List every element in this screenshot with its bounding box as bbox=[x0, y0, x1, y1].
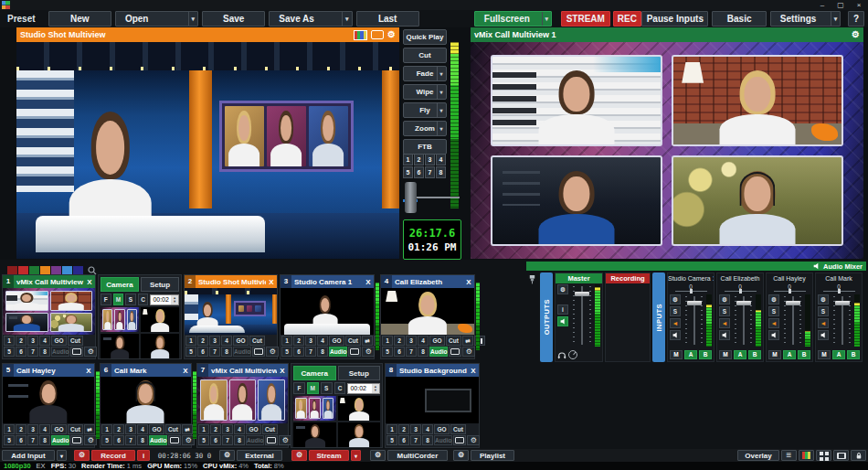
multicorder-button[interactable]: MultiCorder bbox=[387, 450, 448, 461]
overlay-2-button[interactable]: 2 bbox=[16, 336, 26, 346]
layout-grid-button[interactable] bbox=[816, 450, 831, 461]
input-tile-6[interactable]: 6 Call Mark X 1 2 3 4 GO Cut ⇄ 5 6 7 bbox=[100, 363, 192, 448]
fade-button[interactable]: Fade▾ bbox=[403, 66, 447, 81]
audio-toggle-button[interactable]: Audio bbox=[233, 347, 251, 357]
input-6-thumbnail[interactable] bbox=[101, 377, 191, 423]
pad-1-button[interactable]: 1 bbox=[403, 154, 413, 166]
channel-fader[interactable] bbox=[734, 296, 753, 345]
pan-slider[interactable]: 0 bbox=[816, 283, 862, 294]
bus-b-button[interactable]: B bbox=[798, 350, 810, 359]
close-input-button[interactable]: X bbox=[363, 278, 374, 286]
new-button[interactable]: New bbox=[48, 11, 111, 27]
stream-button[interactable]: Stream bbox=[309, 450, 349, 461]
maximize-button[interactable]: ▢ bbox=[831, 0, 850, 10]
stream-dropdown[interactable]: ▾ bbox=[351, 450, 361, 461]
setup-tab-button[interactable]: Setup bbox=[338, 366, 381, 380]
input-5-thumbnail[interactable] bbox=[3, 377, 94, 423]
go-button[interactable]: GO bbox=[51, 336, 67, 346]
audio-toggle-button[interactable]: Audio bbox=[149, 435, 167, 445]
cut-button[interactable]: Cut bbox=[249, 336, 265, 346]
overlay-8-button[interactable]: 8 bbox=[39, 435, 50, 445]
loop-button[interactable]: ⇄ bbox=[84, 424, 95, 434]
outputs-tab[interactable]: OUTPUTS bbox=[540, 272, 553, 362]
list-view-button[interactable]: ≡ bbox=[781, 450, 797, 461]
overlay-5-button[interactable]: 5 bbox=[4, 347, 15, 357]
channel-gear-icon[interactable]: ⚙ bbox=[818, 294, 829, 304]
input-tile-3[interactable]: 3 Studio Camera 1 X 1 2 3 4 GO Cut ⇄ 5 6 bbox=[280, 274, 375, 359]
pause-inputs-button[interactable]: Pause Inputs bbox=[641, 11, 708, 27]
input-6-header[interactable]: 6 Call Mark X bbox=[101, 364, 191, 377]
master-bus-button[interactable]: M bbox=[818, 350, 831, 359]
add-input-dropdown[interactable]: ▾ bbox=[57, 450, 67, 461]
overlay-8-button[interactable]: 8 bbox=[39, 347, 50, 357]
mute-toggle-button[interactable] bbox=[719, 330, 730, 340]
audio-meters-button[interactable] bbox=[799, 450, 814, 461]
bus-a-button[interactable]: A bbox=[734, 350, 746, 359]
audio-toggle-button[interactable]: Audio bbox=[434, 435, 452, 445]
overlay-7-button[interactable]: 7 bbox=[406, 347, 417, 357]
channel-fader[interactable] bbox=[684, 296, 704, 345]
fullscreen-monitor-icon[interactable] bbox=[70, 347, 83, 357]
input-gear-icon[interactable]: ⚙ bbox=[84, 347, 97, 357]
headphone-volume-knob[interactable] bbox=[568, 350, 577, 359]
dropdown-arrow-icon[interactable]: ▾ bbox=[437, 67, 445, 80]
pad-5-button[interactable]: 5 bbox=[403, 166, 413, 178]
input-tile-5[interactable]: 5 Call Hayley X 1 2 3 4 GO Cut ⇄ 5 6 7 bbox=[2, 363, 95, 448]
lock-button[interactable] bbox=[851, 450, 866, 461]
duration-spinner[interactable]: 00:02▴▾ bbox=[150, 294, 179, 305]
mute-toggle-button[interactable] bbox=[818, 330, 829, 340]
input-4-thumbnail[interactable] bbox=[381, 288, 474, 335]
colorbars-icon[interactable] bbox=[354, 30, 367, 40]
bus-a-button[interactable]: A bbox=[832, 350, 845, 359]
overlay-3-button[interactable]: 3 bbox=[410, 424, 421, 434]
transition-tbar[interactable] bbox=[403, 181, 461, 216]
input-1-thumbnail[interactable] bbox=[3, 288, 95, 335]
pad-6-button[interactable]: 6 bbox=[414, 166, 424, 178]
channel-fader[interactable] bbox=[832, 296, 852, 345]
call-thumb-hayley[interactable] bbox=[293, 422, 336, 447]
stream-settings-gear[interactable]: ⚙ bbox=[291, 450, 307, 461]
call-thumb-hayley[interactable] bbox=[101, 334, 139, 358]
go-button[interactable]: GO bbox=[149, 424, 164, 434]
cut-button[interactable]: Cut bbox=[345, 336, 361, 346]
overlay-4-button[interactable]: 4 bbox=[221, 336, 232, 346]
audio-toggle-button[interactable]: Audio bbox=[51, 347, 69, 357]
input-2-header[interactable]: 2 Studio Shot Multiview X bbox=[185, 275, 277, 288]
pad-3-button[interactable]: 3 bbox=[425, 154, 435, 166]
input-1-header[interactable]: 1 vMix Call Multiview 1 X bbox=[3, 275, 95, 288]
solo-button[interactable]: S bbox=[768, 306, 779, 316]
input-7-thumbnail[interactable] bbox=[197, 377, 288, 423]
overlay-1-button[interactable]: 1 bbox=[382, 336, 393, 346]
master-info-button[interactable]: i bbox=[557, 304, 568, 315]
dropdown-arrow-icon[interactable]: ▾ bbox=[437, 103, 445, 117]
go-button[interactable]: GO bbox=[51, 424, 67, 434]
overlay-2-button[interactable]: 2 bbox=[210, 424, 221, 434]
overlay-6-button[interactable]: 6 bbox=[293, 347, 304, 357]
external-display-button[interactable] bbox=[833, 450, 849, 461]
fullscreen-monitor-icon[interactable] bbox=[168, 435, 181, 445]
overlay-5-button[interactable]: 5 bbox=[101, 435, 112, 445]
overlay-4-button[interactable]: 4 bbox=[137, 424, 148, 434]
overlay-1-button[interactable]: 1 bbox=[281, 336, 292, 346]
overlay-2-button[interactable]: 2 bbox=[394, 336, 405, 346]
basic-button[interactable]: Basic bbox=[712, 11, 766, 27]
fader-handle[interactable] bbox=[835, 301, 850, 305]
overlay-7-button[interactable]: 7 bbox=[305, 347, 316, 357]
solo-button[interactable]: S bbox=[670, 306, 681, 316]
pad-2-button[interactable]: 2 bbox=[414, 154, 424, 166]
close-input-button[interactable]: X bbox=[84, 278, 95, 286]
settings-button[interactable]: Settings▾ bbox=[770, 11, 841, 27]
close-input-button[interactable]: X bbox=[266, 278, 277, 286]
go-button[interactable]: GO bbox=[246, 424, 261, 434]
cut-button[interactable]: Cut bbox=[165, 424, 181, 434]
bus-a-button[interactable]: A bbox=[783, 350, 796, 359]
overlay-4-button[interactable]: 4 bbox=[317, 336, 328, 346]
setup-tab-button[interactable]: Setup bbox=[141, 277, 179, 292]
input-tile-1[interactable]: 1 vMix Call Multiview 1 X 1 2 3 4 GO bbox=[2, 274, 96, 359]
audio-toggle-button[interactable]: Audio bbox=[246, 435, 264, 445]
overlay-1-button[interactable]: 1 bbox=[386, 424, 397, 434]
audio-toggle-button[interactable]: Audio bbox=[51, 435, 69, 445]
overlay-4-button[interactable]: 4 bbox=[234, 424, 245, 434]
camera-tab-button[interactable]: Camera bbox=[293, 366, 336, 380]
overlay-7-button[interactable]: 7 bbox=[209, 347, 220, 357]
